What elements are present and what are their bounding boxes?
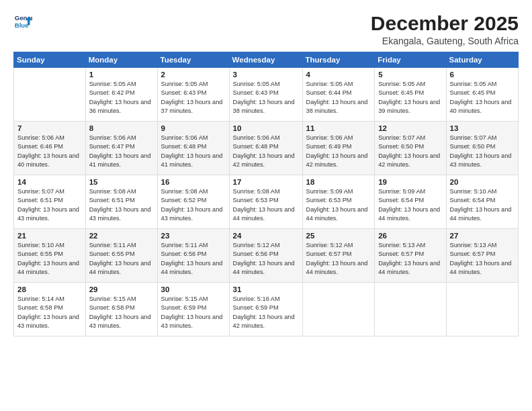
subtitle: Ekangala, Gauteng, South Africa [371, 36, 519, 46]
calendar-day-header: Monday [85, 52, 157, 68]
calendar-cell: 7Sunrise: 5:06 AM Sunset: 6:46 PM Daylig… [14, 122, 86, 175]
day-info: Sunrise: 5:05 AM Sunset: 6:45 PM Dayligh… [450, 80, 515, 116]
calendar-cell: 21Sunrise: 5:10 AM Sunset: 6:55 PM Dayli… [14, 229, 86, 283]
header: General Blue December 2025 Ekangala, Gau… [13, 12, 519, 46]
day-info: Sunrise: 5:07 AM Sunset: 6:50 PM Dayligh… [450, 134, 515, 169]
calendar-day-header: Sunday [14, 52, 86, 68]
calendar-cell: 8Sunrise: 5:06 AM Sunset: 6:47 PM Daylig… [85, 122, 157, 175]
calendar-cell [14, 68, 86, 122]
calendar-day-header: Friday [375, 52, 446, 68]
calendar-week-row: 7Sunrise: 5:06 AM Sunset: 6:46 PM Daylig… [14, 122, 519, 175]
day-info: Sunrise: 5:05 AM Sunset: 6:45 PM Dayligh… [378, 80, 442, 116]
day-info: Sunrise: 5:11 AM Sunset: 6:56 PM Dayligh… [161, 241, 226, 277]
calendar-cell: 20Sunrise: 5:10 AM Sunset: 6:54 PM Dayli… [446, 175, 519, 229]
calendar-cell: 11Sunrise: 5:06 AM Sunset: 6:49 PM Dayli… [302, 122, 375, 175]
day-number: 7 [17, 124, 82, 132]
day-number: 10 [233, 124, 299, 132]
calendar-cell [446, 283, 519, 336]
day-number: 30 [161, 285, 226, 293]
day-info: Sunrise: 5:15 AM Sunset: 6:59 PM Dayligh… [161, 295, 226, 330]
calendar-cell: 17Sunrise: 5:08 AM Sunset: 6:53 PM Dayli… [229, 175, 302, 229]
day-number: 9 [161, 124, 226, 132]
calendar-day-header: Tuesday [157, 52, 229, 68]
day-info: Sunrise: 5:06 AM Sunset: 6:48 PM Dayligh… [233, 134, 299, 169]
day-number: 8 [89, 124, 154, 132]
calendar-cell: 6Sunrise: 5:05 AM Sunset: 6:45 PM Daylig… [446, 68, 519, 122]
calendar-week-row: 21Sunrise: 5:10 AM Sunset: 6:55 PM Dayli… [14, 229, 519, 283]
calendar-week-row: 1Sunrise: 5:05 AM Sunset: 6:42 PM Daylig… [14, 68, 519, 122]
day-number: 19 [378, 178, 442, 186]
calendar-cell: 9Sunrise: 5:06 AM Sunset: 6:48 PM Daylig… [157, 122, 229, 175]
calendar-cell: 16Sunrise: 5:08 AM Sunset: 6:52 PM Dayli… [157, 175, 229, 229]
day-number: 11 [306, 124, 371, 132]
day-number: 4 [306, 71, 371, 79]
calendar-cell: 26Sunrise: 5:13 AM Sunset: 6:57 PM Dayli… [375, 229, 446, 283]
calendar-cell: 5Sunrise: 5:05 AM Sunset: 6:45 PM Daylig… [375, 68, 446, 122]
main-title: December 2025 [371, 12, 519, 34]
day-number: 21 [17, 232, 82, 240]
day-number: 22 [89, 232, 154, 240]
day-number: 27 [450, 232, 515, 240]
calendar-cell: 30Sunrise: 5:15 AM Sunset: 6:59 PM Dayli… [157, 283, 229, 336]
day-info: Sunrise: 5:05 AM Sunset: 6:42 PM Dayligh… [89, 80, 154, 116]
day-number: 29 [89, 285, 154, 293]
calendar-cell: 31Sunrise: 5:16 AM Sunset: 6:59 PM Dayli… [229, 283, 302, 336]
day-info: Sunrise: 5:12 AM Sunset: 6:57 PM Dayligh… [306, 241, 371, 277]
calendar-cell: 13Sunrise: 5:07 AM Sunset: 6:50 PM Dayli… [446, 122, 519, 175]
calendar-cell [302, 283, 375, 336]
logo-icon: General Blue [13, 12, 32, 31]
day-number: 12 [378, 124, 442, 132]
day-info: Sunrise: 5:08 AM Sunset: 6:52 PM Dayligh… [161, 187, 226, 223]
day-number: 2 [161, 71, 226, 79]
calendar-cell: 27Sunrise: 5:13 AM Sunset: 6:57 PM Dayli… [446, 229, 519, 283]
calendar-day-header: Thursday [302, 52, 375, 68]
day-info: Sunrise: 5:07 AM Sunset: 6:51 PM Dayligh… [17, 187, 82, 223]
day-info: Sunrise: 5:06 AM Sunset: 6:49 PM Dayligh… [306, 134, 371, 169]
day-number: 25 [306, 232, 371, 240]
day-info: Sunrise: 5:13 AM Sunset: 6:57 PM Dayligh… [378, 241, 442, 277]
day-info: Sunrise: 5:05 AM Sunset: 6:44 PM Dayligh… [306, 80, 371, 116]
calendar-cell: 3Sunrise: 5:05 AM Sunset: 6:43 PM Daylig… [229, 68, 302, 122]
day-number: 15 [89, 178, 154, 186]
day-number: 13 [450, 124, 515, 132]
day-info: Sunrise: 5:12 AM Sunset: 6:56 PM Dayligh… [233, 241, 299, 277]
calendar-cell [375, 283, 446, 336]
day-number: 16 [161, 178, 226, 186]
day-info: Sunrise: 5:13 AM Sunset: 6:57 PM Dayligh… [450, 241, 515, 277]
day-info: Sunrise: 5:11 AM Sunset: 6:55 PM Dayligh… [89, 241, 154, 277]
day-info: Sunrise: 5:16 AM Sunset: 6:59 PM Dayligh… [233, 295, 299, 330]
calendar-cell: 25Sunrise: 5:12 AM Sunset: 6:57 PM Dayli… [302, 229, 375, 283]
calendar-week-row: 14Sunrise: 5:07 AM Sunset: 6:51 PM Dayli… [14, 175, 519, 229]
day-info: Sunrise: 5:08 AM Sunset: 6:53 PM Dayligh… [233, 187, 299, 223]
calendar-cell: 18Sunrise: 5:09 AM Sunset: 6:53 PM Dayli… [302, 175, 375, 229]
day-number: 5 [378, 71, 442, 79]
day-info: Sunrise: 5:05 AM Sunset: 6:43 PM Dayligh… [161, 80, 226, 116]
calendar-cell: 12Sunrise: 5:07 AM Sunset: 6:50 PM Dayli… [375, 122, 446, 175]
calendar-header-row: SundayMondayTuesdayWednesdayThursdayFrid… [14, 52, 519, 68]
day-number: 31 [233, 285, 299, 293]
day-number: 18 [306, 178, 371, 186]
day-number: 26 [378, 232, 442, 240]
day-number: 6 [450, 71, 515, 79]
calendar-cell: 2Sunrise: 5:05 AM Sunset: 6:43 PM Daylig… [157, 68, 229, 122]
day-info: Sunrise: 5:06 AM Sunset: 6:47 PM Dayligh… [89, 134, 154, 169]
day-number: 20 [450, 178, 515, 186]
logo: General Blue [13, 12, 32, 31]
calendar-cell: 15Sunrise: 5:08 AM Sunset: 6:51 PM Dayli… [85, 175, 157, 229]
day-info: Sunrise: 5:09 AM Sunset: 6:53 PM Dayligh… [306, 187, 371, 223]
calendar-day-header: Wednesday [229, 52, 302, 68]
day-info: Sunrise: 5:14 AM Sunset: 6:58 PM Dayligh… [17, 295, 82, 330]
calendar-cell: 28Sunrise: 5:14 AM Sunset: 6:58 PM Dayli… [14, 283, 86, 336]
calendar-cell: 4Sunrise: 5:05 AM Sunset: 6:44 PM Daylig… [302, 68, 375, 122]
calendar-cell: 24Sunrise: 5:12 AM Sunset: 6:56 PM Dayli… [229, 229, 302, 283]
svg-text:Blue: Blue [15, 21, 29, 29]
calendar: SundayMondayTuesdayWednesdayThursdayFrid… [13, 52, 519, 336]
calendar-cell: 22Sunrise: 5:11 AM Sunset: 6:55 PM Dayli… [85, 229, 157, 283]
day-info: Sunrise: 5:08 AM Sunset: 6:51 PM Dayligh… [89, 187, 154, 223]
calendar-cell: 1Sunrise: 5:05 AM Sunset: 6:42 PM Daylig… [85, 68, 157, 122]
day-number: 1 [89, 71, 154, 79]
day-number: 28 [17, 285, 82, 293]
day-info: Sunrise: 5:06 AM Sunset: 6:46 PM Dayligh… [17, 134, 82, 169]
day-number: 24 [233, 232, 299, 240]
title-area: December 2025 Ekangala, Gauteng, South A… [371, 12, 519, 46]
